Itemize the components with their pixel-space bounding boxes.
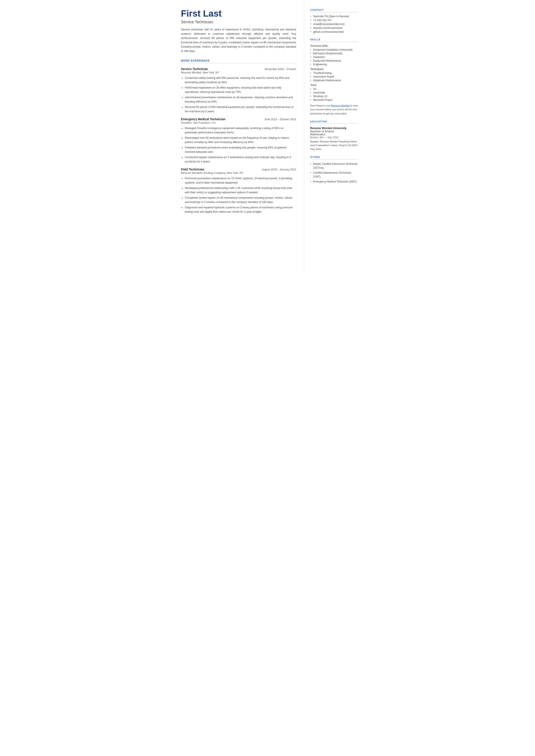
work-experience-section: WORK EXPERIENCE Service Technician Novem…: [181, 59, 296, 214]
tools-list: 5S Assembler Windows 10 Microsoft Projec…: [310, 87, 358, 102]
list-item: Conducted regular maintenance on 5 ambul…: [185, 155, 296, 164]
promo-link[interactable]: Resume Worded: [331, 104, 350, 107]
list-item: Conducted safety training with RW person…: [185, 76, 296, 84]
skill-item: Automotive Repair: [310, 75, 358, 78]
job-3-company: Resume Worded's Exciting Company, New Yo…: [181, 171, 296, 175]
skill-item: Assembler: [310, 91, 358, 94]
list-item: Managed Growthsi emergency equipment ade…: [185, 126, 296, 135]
job-1-company: Resume Worded, New York, NY: [181, 71, 296, 74]
techniques-label: Techniques:: [310, 68, 358, 71]
skill-item: Microsoft Project: [310, 99, 358, 102]
job-1-bullets: Conducted safety training with RW person…: [185, 76, 296, 114]
promo-text: Don't forget to use Resume Worded to sca…: [310, 103, 358, 115]
other-list: Master Certified Electronics Technician …: [310, 162, 358, 184]
contact-item: Nashville,TN (Open to Remote): [310, 15, 358, 18]
technical-skills-list: Equipment Installation (Advanced) Mechan…: [310, 48, 358, 66]
edu-school: Resume Worded University: [310, 127, 358, 130]
edu-field: Mathematics: [310, 133, 358, 136]
contact-section-title: CONTACT: [310, 9, 358, 12]
skill-item: Equipment Maintenance: [310, 59, 358, 62]
list-item: Followed standard procedures when evalua…: [185, 145, 296, 154]
other-item: Master Certified Electronics Technician …: [310, 162, 358, 170]
skill-item: Windows 10: [310, 95, 358, 98]
skill-item: Troubleshooting: [310, 72, 358, 74]
list-item: Completed routine repairs on 90 mechanic…: [185, 196, 296, 204]
contact-item: linkedin.com/in/username: [310, 26, 358, 30]
list-item: Performed preventive maintenance on 15 H…: [185, 176, 296, 185]
contact-item: +1-432-222-767: [310, 19, 358, 22]
job-1-dates: November 2015 – Present: [265, 68, 296, 71]
edu-degree: Bachelor of Science: [310, 130, 358, 133]
list-item: Administered preventative maintenance on…: [185, 95, 296, 104]
other-item: Emergency Medical Technician (EMT).: [310, 180, 358, 184]
job-2-company: Growthsi, San Francisco, CA: [181, 121, 296, 124]
name: First Last: [181, 9, 296, 18]
education-block: Resume Worded University Bachelor of Sci…: [310, 127, 358, 151]
job-3: Field Technician August 2010 – January 2…: [181, 168, 296, 214]
promo-text-before: Don't forget to use: [310, 104, 331, 107]
summary-text: Service technician with 9+ years of expe…: [181, 27, 296, 53]
skill-item: 5S: [310, 87, 358, 91]
skill-item: Equipment Maintenance: [310, 79, 358, 82]
other-section-title: OTHER: [310, 156, 358, 160]
job-2-title: Emergency Medical Technician: [181, 117, 226, 121]
skills-section-title: SKILLS: [310, 38, 358, 42]
list-item: Serviced 85 pieces of RW industrial equi…: [185, 105, 296, 114]
job-title-header: Service Technician: [181, 20, 296, 24]
technical-skills-label: Technical Skills:: [310, 44, 358, 47]
work-experience-title: WORK EXPERIENCE: [181, 59, 296, 63]
education-section-title: EDUCATION: [310, 120, 358, 124]
contact-item: email@resumeworded.com: [310, 23, 358, 26]
other-item: Certified Maintenance Technician (CMT).: [310, 171, 358, 179]
contact-item: github.com/resumeworded: [310, 30, 358, 33]
job-3-dates: August 2010 – January 2013: [262, 168, 296, 171]
contact-list: Nashville,TN (Open to Remote) +1-432-222…: [310, 15, 358, 33]
list-item: Developed professional relationships wit…: [185, 186, 296, 194]
list-item: Rearranged over 60 ambulance items based…: [185, 136, 296, 144]
skill-item: Inspection: [310, 56, 358, 59]
edu-awards: Awards: Resume Worded Teaching Fellow (o…: [310, 140, 358, 151]
list-item: Performed inspections on 29 office equip…: [185, 86, 296, 94]
job-2: Emergency Medical Technician June 2013 –…: [181, 117, 296, 164]
edu-location: Boston, MA — July 2010: [310, 136, 358, 139]
skill-item: Equipment Installation (Advanced): [310, 48, 358, 51]
job-1: Service Technician November 2015 – Prese…: [181, 67, 296, 114]
skill-item: Engineering: [310, 63, 358, 66]
job-1-title: Service Technician: [181, 67, 208, 71]
job-3-bullets: Performed preventive maintenance on 15 H…: [185, 176, 296, 214]
job-3-title: Field Technician: [181, 168, 204, 171]
techniques-list: Troubleshooting Automotive Repair Equipm…: [310, 72, 358, 82]
job-2-dates: June 2013 – October 2015: [264, 118, 296, 121]
skill-item: Mechanics (Experienced): [310, 52, 358, 55]
tools-label: Tools:: [310, 84, 358, 87]
job-2-bullets: Managed Growthsi emergency equipment ade…: [185, 126, 296, 164]
list-item: Diagnosed and repaired hydraulic systems…: [185, 205, 296, 214]
